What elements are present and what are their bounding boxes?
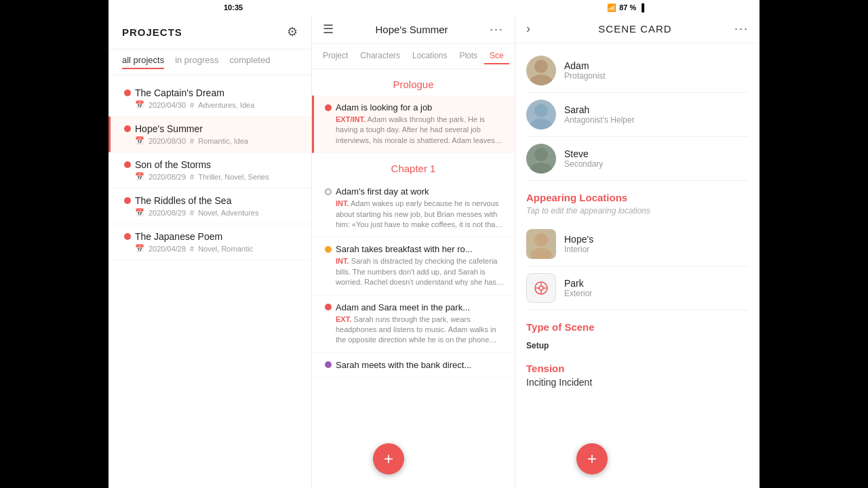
project-title: The Riddles of the Sea — [135, 195, 231, 206]
middle-panel-title: Hope's Summer — [339, 24, 484, 35]
filter-tabs: all projects in progress completed — [108, 49, 311, 75]
tension-value: Inciting Incident — [526, 377, 749, 399]
add-scene-button[interactable]: + — [576, 443, 608, 474]
svg-point-2 — [534, 104, 548, 117]
add-project-button[interactable]: + — [373, 443, 404, 474]
character-info: Steve Secondary — [564, 148, 603, 169]
svg-point-0 — [534, 60, 548, 73]
location-item-park[interactable]: Park Exterior — [526, 266, 749, 310]
right-content: Adam Protagonist Sarah — [515, 43, 760, 488]
character-role: Antagonist's Helper — [564, 115, 635, 125]
battery-text: 87 % — [619, 3, 636, 12]
scene-item[interactable]: Adam's first day at work INT. Adam wakes… — [312, 180, 515, 237]
scene-description: EXT. Sarah runs through the park, wears … — [325, 314, 504, 346]
tab-characters[interactable]: Characters — [355, 48, 406, 64]
scene-description: EXT/INT. Adam walks through the park. He… — [325, 115, 504, 146]
filter-tab-inprogress[interactable]: in progress — [175, 55, 218, 69]
filter-tab-completed[interactable]: completed — [229, 55, 270, 69]
tension-section: Tension Inciting Incident — [526, 352, 749, 399]
project-meta: 📅 2020/08/29 # Thriller, Novel, Series — [124, 172, 298, 181]
location-name: Park — [564, 278, 592, 289]
project-item[interactable]: The Japanese Poem 📅 2020/04/28 # Novel, … — [108, 224, 311, 260]
left-panel: PROJECTS ⚙ all projects in progress comp… — [108, 15, 312, 488]
location-info: Hope's Interior — [564, 234, 593, 254]
avatar-sarah — [526, 100, 556, 129]
character-item-adam[interactable]: Adam Protagonist — [526, 49, 749, 93]
character-name: Adam — [564, 60, 606, 71]
project-title: The Japanese Poem — [135, 231, 222, 242]
scene-title: Sarah meets with the bank direct... — [336, 360, 471, 370]
tab-locations[interactable]: Locations — [407, 48, 452, 64]
right-more-menu[interactable]: ··· — [734, 22, 749, 36]
svg-point-5 — [530, 163, 552, 174]
character-item-sarah[interactable]: Sarah Antagonist's Helper — [526, 93, 749, 137]
type-of-scene-title: Type of Scene — [526, 310, 749, 336]
type-of-scene-section: Type of Scene Setup — [526, 310, 749, 352]
project-item[interactable]: The Riddles of the Sea 📅 2020/08/29 # No… — [108, 188, 311, 224]
right-header: › SCENE CARD ··· — [515, 15, 760, 43]
tab-project[interactable]: Project — [317, 48, 353, 64]
projects-list: The Captain's Dream 📅 2020/04/30 # Adven… — [108, 75, 311, 488]
project-meta: 📅 2020/04/28 # Novel, Romantic — [124, 244, 298, 253]
project-item[interactable]: The Captain's Dream 📅 2020/04/30 # Adven… — [108, 81, 311, 117]
appearing-locations-subtitle: Tap to edit the appearing locations — [526, 206, 749, 222]
tension-title: Tension — [526, 352, 749, 377]
tab-scenes[interactable]: Sce — [484, 48, 509, 64]
scene-title: Adam's first day at work — [336, 186, 429, 197]
tab-plots[interactable]: Plots — [454, 48, 483, 64]
svg-point-4 — [534, 148, 548, 161]
appearing-locations-section: Appearing Locations Tap to edit the appe… — [526, 181, 749, 310]
project-name: Son of the Storms — [124, 159, 298, 170]
appearing-locations-title: Appearing Locations — [526, 181, 749, 206]
scene-item[interactable]: Sarah takes breakfast with her ro... INT… — [312, 237, 515, 295]
scene-dot-empty — [325, 188, 332, 195]
project-name: The Riddles of the Sea — [124, 195, 298, 206]
location-type: Interior — [564, 245, 593, 254]
scene-dot-red — [325, 304, 332, 310]
svg-point-9 — [539, 286, 543, 290]
character-name: Sarah — [564, 104, 635, 115]
middle-tabs: Project Characters Locations Plots Sce — [312, 44, 515, 69]
location-name: Hope's — [564, 234, 593, 245]
location-type: Exterior — [564, 289, 592, 298]
scenes-list: Prologue Adam is looking for a job EXT/I… — [312, 69, 515, 488]
character-item-steve[interactable]: Steve Secondary — [526, 137, 749, 181]
scene-item-selected[interactable]: Adam is looking for a job EXT/INT. Adam … — [312, 96, 515, 153]
scene-item[interactable]: Sarah meets with the bank direct... — [312, 353, 515, 378]
hamburger-icon[interactable]: ☰ — [323, 22, 334, 37]
project-item-active[interactable]: Hope's Summer 📅 2020/08/30 # Romantic, I… — [108, 117, 311, 152]
scene-dot-purple — [325, 361, 332, 368]
avatar-adam — [526, 56, 556, 85]
chevron-right-icon[interactable]: › — [526, 22, 530, 36]
location-item-hopes[interactable]: Hope's Interior — [526, 222, 749, 266]
filter-tab-all[interactable]: all projects — [122, 55, 164, 69]
scene-dot-yellow — [325, 246, 332, 253]
time: 10:35 — [224, 3, 243, 12]
gear-icon[interactable]: ⚙ — [287, 24, 298, 39]
scene-description: INT. Sarah is distracted by checking the… — [325, 256, 504, 287]
project-dot — [124, 233, 131, 240]
character-role: Secondary — [564, 159, 603, 169]
middle-header: ☰ Hope's Summer ··· — [312, 15, 515, 44]
wifi-icon: 📶 — [607, 3, 616, 12]
project-name: The Captain's Dream — [124, 87, 298, 98]
characters-section: Adam Protagonist Sarah — [526, 43, 749, 181]
scene-title: Sarah takes breakfast with her ro... — [336, 244, 473, 254]
project-title: The Captain's Dream — [135, 87, 224, 98]
scene-item[interactable]: Adam and Sara meet in the park... EXT. S… — [312, 296, 515, 353]
svg-point-6 — [534, 233, 548, 247]
status-bar: 10:35 📶 87 % ▐ — [217, 0, 651, 15]
project-item[interactable]: Son of the Storms 📅 2020/08/29 # Thrille… — [108, 152, 311, 188]
character-name: Steve — [564, 148, 603, 159]
project-meta: 📅 2020/08/30 # Romantic, Idea — [124, 136, 298, 145]
character-info: Sarah Antagonist's Helper — [564, 104, 635, 125]
project-name: Hope's Summer — [124, 123, 298, 134]
scene-title: Adam and Sara meet in the park... — [336, 302, 470, 312]
scene-card-title: SCENE CARD — [536, 23, 734, 35]
avatar-park — [526, 273, 556, 303]
svg-point-3 — [530, 119, 552, 129]
middle-more-menu[interactable]: ··· — [490, 22, 504, 37]
character-info: Adam Protagonist — [564, 60, 606, 81]
scene-title: Adam is looking for a job — [336, 102, 432, 113]
project-dot — [124, 89, 131, 96]
